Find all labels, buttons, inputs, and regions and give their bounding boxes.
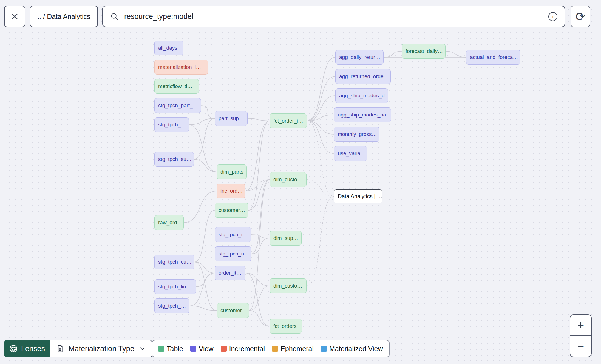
zoom-controls: + − xyxy=(570,314,592,357)
plus-icon: + xyxy=(577,319,584,332)
refresh-icon: ⟳ xyxy=(576,10,586,24)
legend-item-table: Table xyxy=(158,345,183,353)
graph-node-all_days[interactable]: all_days xyxy=(154,41,183,55)
graph-node-customer_a[interactable]: customer… xyxy=(215,203,248,218)
legend-swatch xyxy=(321,346,327,352)
graph-node-agg_ship_modes_ha[interactable]: agg_ship_modes_ha… xyxy=(334,107,391,122)
graph-node-customer_b[interactable]: customer… xyxy=(217,303,249,318)
graph-node-use_varia[interactable]: use_varia… xyxy=(334,146,367,161)
graph-node-fct_order_i[interactable]: fct_order_i… xyxy=(270,113,307,128)
edge-raw_ord-inc_ord xyxy=(184,191,217,223)
edge-agg_daily_retur-forecast_daily xyxy=(384,51,402,57)
edge-fct_order_i-use_varia xyxy=(307,121,334,153)
close-button[interactable] xyxy=(4,6,25,27)
edge-stg_tpch_su-part_sup xyxy=(194,118,215,159)
search-bar[interactable]: i xyxy=(102,6,565,27)
edge-fct_order_i-agg_daily_retur xyxy=(307,57,335,121)
lenses-button[interactable]: Lenses xyxy=(4,340,50,357)
graph-node-actual_and_foreca[interactable]: actual_and_foreca… xyxy=(466,50,520,65)
edge-stg_tpch_cu-customer_a xyxy=(194,210,215,262)
graph-node-data_analytics[interactable]: Data Analytics | … xyxy=(334,189,382,203)
minus-icon: − xyxy=(577,340,584,353)
graph-node-dim_parts[interactable]: dim_parts xyxy=(217,164,247,179)
graph-node-dim_custo_a[interactable]: dim_custo… xyxy=(270,172,307,187)
edge-stg_tpch_n-dim_custo_a xyxy=(251,180,270,254)
graph-node-stg_tpch_a[interactable]: stg_tpch_… xyxy=(154,117,189,132)
graph-node-raw_ord[interactable]: raw_ord… xyxy=(154,215,184,230)
legend-item-view: View xyxy=(190,345,214,353)
edge-stg_tpch_n-dim_sup xyxy=(251,238,270,254)
edge-part_sup-fct_order_i xyxy=(248,118,270,121)
breadcrumb-label: .. / Data Analytics xyxy=(37,13,90,21)
edge-stg_tpch_cu-customer_b xyxy=(194,262,217,311)
graph-node-metricflow_ti[interactable]: metricflow_ti… xyxy=(154,79,199,94)
legend-swatch xyxy=(221,346,227,352)
zoom-out-button[interactable]: − xyxy=(570,336,591,357)
chevron-down-icon xyxy=(139,345,146,352)
edge-dim_custo_b-data_analytics xyxy=(307,196,334,286)
edge-order_it-fct_orders xyxy=(245,273,270,326)
graph-node-stg_tpch_b[interactable]: stg_tpch_… xyxy=(154,298,189,313)
edge-order_it-dim_custo_b xyxy=(245,273,270,286)
graph-node-inc_ord[interactable]: inc_ord… xyxy=(217,184,245,198)
edge-stg_tpch_a-part_sup xyxy=(189,118,215,125)
active-lens-label: Materialization Type xyxy=(69,345,134,353)
graph-node-fct_orders[interactable]: fct_orders xyxy=(270,319,302,334)
graph-node-stg_tpch_cu[interactable]: stg_tpch_cu… xyxy=(154,255,194,269)
close-icon xyxy=(10,12,19,21)
graph-node-agg_returned_orde[interactable]: agg_returned_orde… xyxy=(335,69,391,84)
info-icon[interactable]: i xyxy=(548,12,557,21)
edge-fct_order_i-monthly_gross xyxy=(307,121,334,134)
materialization-legend: TableViewIncrementalEphemeralMaterialize… xyxy=(152,340,390,357)
search-icon xyxy=(110,12,119,21)
edge-stg_tpch_part-part_sup xyxy=(201,106,215,118)
graph-node-stg_tpch_lin[interactable]: stg_tpch_lin… xyxy=(154,279,196,294)
graph-node-stg_tpch_su[interactable]: stg_tpch_su… xyxy=(154,152,194,167)
graph-node-forecast_daily[interactable]: forecast_daily… xyxy=(402,44,446,59)
breadcrumb[interactable]: .. / Data Analytics xyxy=(30,6,98,27)
document-icon xyxy=(56,345,64,353)
lens-dropdown[interactable]: Materialization Type xyxy=(50,340,152,357)
graph-node-dim_custo_b[interactable]: dim_custo… xyxy=(270,278,307,293)
graph-node-agg_daily_retur[interactable]: agg_daily_retur… xyxy=(335,50,384,65)
edge-stg_tpch_r-dim_sup xyxy=(251,235,270,238)
legend-swatch xyxy=(158,346,164,352)
graph-node-materialization_i[interactable]: materialization_i… xyxy=(154,60,208,75)
edge-stg_tpch_cu-order_it xyxy=(194,262,215,273)
graph-node-stg_tpch_part[interactable]: stg_tpch_part_… xyxy=(154,98,201,113)
legend-label: View xyxy=(199,345,214,353)
graph-node-monthly_gross[interactable]: monthly_gross… xyxy=(334,127,379,142)
legend-label: Incremental xyxy=(229,345,265,353)
legend-label: Ephemeral xyxy=(280,345,314,353)
edge-fct_order_i-agg_returned_orde xyxy=(307,76,335,121)
lenses-label: Lenses xyxy=(21,345,45,353)
graph-node-dim_sup[interactable]: dim_sup… xyxy=(270,231,302,246)
edge-stg_tpch_su-dim_parts xyxy=(194,159,217,172)
edge-customer_a-fct_order_i xyxy=(248,121,270,210)
lineage-canvas[interactable]: all_daysmaterialization_i…metricflow_ti…… xyxy=(0,0,601,364)
edge-forecast_daily-actual_and_foreca xyxy=(446,51,466,57)
edge-customer_b-dim_custo_a xyxy=(249,180,270,311)
graph-node-stg_tpch_r[interactable]: stg_tpch_r… xyxy=(215,227,251,242)
aperture-icon xyxy=(9,344,18,353)
legend-item-incremental: Incremental xyxy=(221,345,265,353)
graph-node-agg_ship_modes_d[interactable]: agg_ship_modes_d… xyxy=(335,88,388,103)
edge-dim_custo_a-data_analytics xyxy=(307,180,334,196)
graph-node-stg_tpch_n[interactable]: stg_tpch_n… xyxy=(215,246,251,261)
legend-swatch xyxy=(190,346,196,352)
graph-node-order_it[interactable]: order_it… xyxy=(215,266,245,280)
edge-stg_tpch_b-customer_b xyxy=(189,306,217,311)
legend-item-ephemeral: Ephemeral xyxy=(272,345,314,353)
legend-swatch xyxy=(272,346,278,352)
graph-node-part_sup[interactable]: part_sup… xyxy=(215,111,248,126)
legend-label: Materialized View xyxy=(329,345,383,353)
zoom-in-button[interactable]: + xyxy=(570,315,591,336)
refresh-button[interactable]: ⟳ xyxy=(571,6,590,27)
edge-customer_b-fct_orders xyxy=(249,311,270,326)
lens-controls: Lenses Materialization Type xyxy=(4,340,152,357)
edge-fct_order_i-data_analytics xyxy=(307,121,334,196)
legend-label: Table xyxy=(167,345,183,353)
legend-item-materialized-view: Materialized View xyxy=(321,345,383,353)
search-input[interactable] xyxy=(124,12,543,21)
